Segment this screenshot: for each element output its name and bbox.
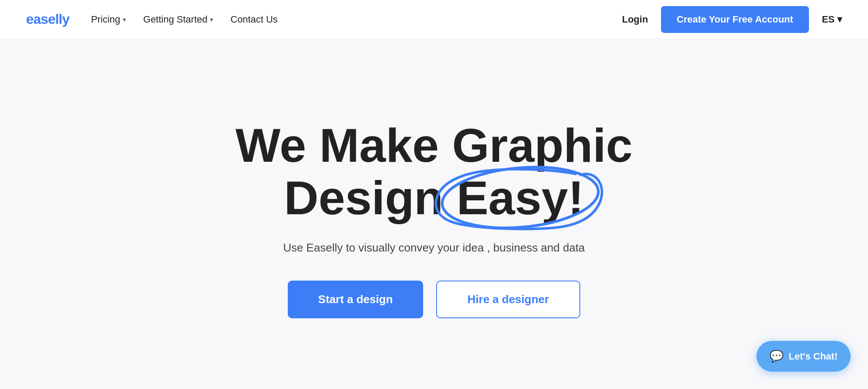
nav-contact-us[interactable]: Contact Us: [230, 14, 278, 25]
chevron-down-icon: ▾: [210, 16, 213, 23]
hero-section: We Make Graphic Design Easy! Use Easelly…: [0, 39, 868, 389]
hero-heading-line1: We Make Graphic: [236, 118, 633, 172]
hero-heading: We Make Graphic Design Easy!: [236, 119, 633, 224]
chevron-down-icon: ▾: [123, 16, 126, 23]
nav-contact-us-label: Contact Us: [230, 14, 278, 25]
create-account-button[interactable]: Create Your Free Account: [661, 6, 809, 33]
nav-left: easelly Pricing ▾ Getting Started ▾ Cont…: [26, 11, 278, 27]
logo-text-blue: ly: [59, 11, 69, 27]
nav-pricing[interactable]: Pricing ▾: [91, 14, 126, 25]
nav-getting-started-label: Getting Started: [143, 14, 207, 25]
chat-label: Let's Chat!: [789, 351, 838, 362]
logo[interactable]: easelly: [26, 11, 69, 27]
hero-heading-line2: Design Easy!: [284, 171, 584, 224]
hero-buttons: Start a design Hire a designer: [288, 281, 580, 318]
nav-right: Login Create Your Free Account ES ▾: [622, 6, 842, 33]
nav-pricing-label: Pricing: [91, 14, 120, 25]
chevron-down-icon: ▾: [837, 14, 842, 25]
hero-subtext: Use Easelly to visually convey your idea…: [283, 241, 585, 255]
logo-text-black: easel: [26, 11, 59, 27]
navbar: easelly Pricing ▾ Getting Started ▾ Cont…: [0, 0, 868, 39]
chat-icon: 💬: [769, 350, 783, 363]
hero-design-prefix: Design: [284, 171, 457, 224]
language-selector[interactable]: ES ▾: [822, 14, 842, 25]
hire-designer-button[interactable]: Hire a designer: [436, 281, 580, 318]
nav-getting-started[interactable]: Getting Started ▾: [143, 14, 213, 25]
start-design-button[interactable]: Start a design: [288, 281, 423, 318]
nav-links: Pricing ▾ Getting Started ▾ Contact Us: [91, 14, 278, 25]
hero-easy-word: Easy!: [457, 171, 584, 224]
login-button[interactable]: Login: [622, 14, 648, 25]
language-label: ES: [822, 14, 835, 25]
live-chat-button[interactable]: 💬 Let's Chat!: [756, 341, 851, 372]
